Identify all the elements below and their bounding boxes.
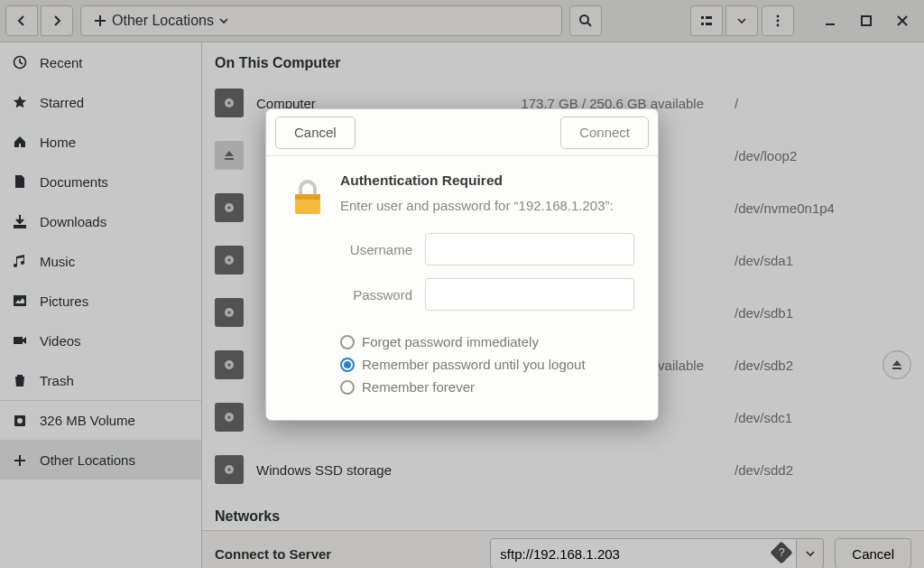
dialog-connect-button[interactable]: Connect [560, 116, 649, 149]
dialog-subtitle: Enter user and password for “192.168.1.2… [340, 198, 634, 213]
dialog-cancel-button[interactable]: Cancel [275, 116, 356, 149]
auth-dialog: Cancel Connect Authentication Required E… [265, 108, 659, 421]
lock-icon [290, 172, 326, 398]
radio-forget[interactable]: Forget password immediately [340, 331, 634, 353]
username-label: Username [340, 242, 412, 257]
radio-forget-label: Forget password immediately [362, 334, 539, 349]
radio-remember-forever[interactable]: Remember forever [340, 376, 634, 398]
svg-rect-29 [295, 194, 320, 200]
dialog-title: Authentication Required [340, 172, 634, 189]
radio-remember-session[interactable]: Remember password until you logout [340, 353, 634, 376]
radio-remember-session-label: Remember password until you logout [362, 357, 586, 372]
radio-remember-forever-label: Remember forever [362, 379, 475, 395]
modal-overlay: Cancel Connect Authentication Required E… [0, 0, 924, 568]
password-label: Password [340, 287, 412, 303]
username-input[interactable] [425, 233, 634, 265]
password-input[interactable] [425, 278, 634, 311]
